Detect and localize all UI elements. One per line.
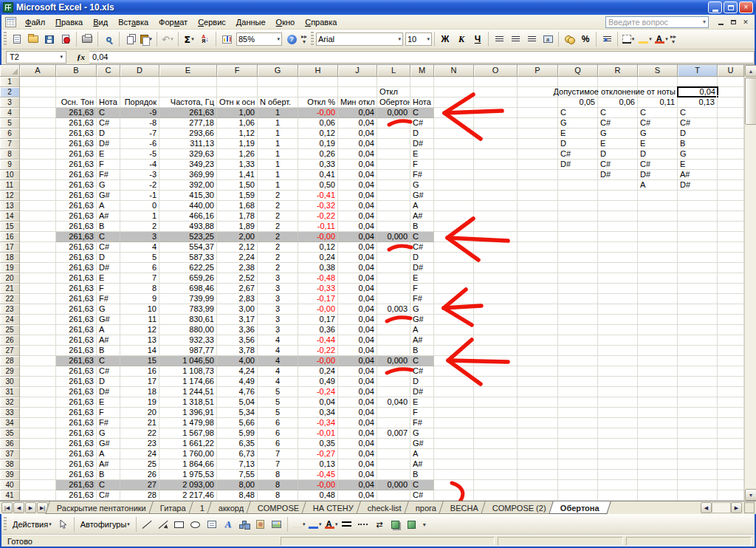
cell-M8[interactable]: E bbox=[410, 149, 434, 160]
vertical-scrollbar[interactable]: ▲ ▼ bbox=[744, 65, 756, 501]
cell-T14[interactable] bbox=[678, 211, 718, 222]
cell-E22[interactable]: 739,99 bbox=[159, 294, 217, 304]
oval-button[interactable] bbox=[188, 517, 203, 532]
cell-U28[interactable] bbox=[718, 356, 744, 366]
cell-S17[interactable] bbox=[638, 242, 678, 253]
cell-T12[interactable] bbox=[678, 191, 718, 201]
cell-R3[interactable]: 0,06 bbox=[598, 97, 638, 108]
cell-H1[interactable] bbox=[298, 77, 338, 87]
cell-B13[interactable]: 261,63 bbox=[56, 201, 97, 211]
cell-C3[interactable]: Нота bbox=[97, 97, 120, 108]
cell-H3[interactable]: Откл % bbox=[298, 97, 338, 108]
first-sheet-button[interactable]: |◀ bbox=[1, 502, 13, 513]
cell-F36[interactable]: 6,35 bbox=[217, 439, 258, 449]
cell-Q15[interactable] bbox=[558, 222, 598, 232]
cell-N11[interactable] bbox=[434, 180, 474, 191]
column-header-S[interactable]: S bbox=[638, 65, 678, 77]
cell-N5[interactable] bbox=[434, 118, 474, 129]
cell-N37[interactable] bbox=[434, 449, 474, 459]
cell-J30[interactable]: 0,04 bbox=[338, 377, 377, 387]
cell-R19[interactable] bbox=[598, 263, 638, 273]
row-header-7[interactable]: 7 bbox=[0, 139, 20, 149]
cell-S36[interactable] bbox=[638, 439, 678, 449]
cell-H34[interactable]: -0,34 bbox=[298, 418, 338, 428]
print-button[interactable] bbox=[80, 32, 94, 47]
column-header-H[interactable]: H bbox=[298, 65, 338, 77]
cell-B28[interactable]: 261,63 bbox=[56, 356, 97, 366]
cell-O24[interactable] bbox=[474, 315, 518, 325]
cell-B29[interactable]: 261,63 bbox=[56, 366, 97, 377]
cell-E19[interactable]: 622,25 bbox=[159, 263, 217, 273]
cell-C11[interactable]: G bbox=[97, 180, 120, 191]
cell-D21[interactable]: 8 bbox=[120, 284, 159, 294]
cell-L36[interactable] bbox=[377, 439, 410, 449]
open-button[interactable] bbox=[26, 32, 41, 47]
cell-B35[interactable]: 261,63 bbox=[56, 428, 97, 439]
new-button[interactable] bbox=[10, 32, 24, 47]
cell-M15[interactable]: B bbox=[410, 222, 434, 232]
prev-sheet-button[interactable]: ◀ bbox=[13, 502, 24, 513]
cell-E13[interactable]: 440,00 bbox=[159, 201, 217, 211]
sheet-tab-Раскрытие пентатоники[interactable]: Раскрытие пентатоники bbox=[45, 501, 157, 514]
cell-N36[interactable] bbox=[434, 439, 474, 449]
sheet-tab-COMPOSE (2)[interactable]: COMPOSE (2) bbox=[481, 501, 557, 514]
cell-L1[interactable] bbox=[377, 77, 410, 87]
cell-H17[interactable]: 0,12 bbox=[298, 242, 338, 253]
cell-M29[interactable]: C# bbox=[410, 366, 434, 377]
cell-N8[interactable] bbox=[434, 149, 474, 160]
cell-M12[interactable]: G# bbox=[410, 191, 434, 201]
dash-style-button[interactable] bbox=[356, 517, 371, 532]
cell-R30[interactable] bbox=[598, 377, 638, 387]
column-header-P[interactable]: P bbox=[518, 65, 558, 77]
cell-A38[interactable] bbox=[20, 459, 56, 470]
cell-L16[interactable]: 0,000 bbox=[377, 232, 410, 242]
cell-B12[interactable]: 261,63 bbox=[56, 191, 97, 201]
cell-U22[interactable] bbox=[718, 294, 744, 304]
cell-A29[interactable] bbox=[20, 366, 56, 377]
cell-M31[interactable]: D# bbox=[410, 387, 434, 397]
cell-P5[interactable] bbox=[518, 118, 558, 129]
cell-N20[interactable] bbox=[434, 273, 474, 284]
cell-M18[interactable]: D bbox=[410, 253, 434, 263]
cell-U25[interactable] bbox=[718, 325, 744, 335]
cell-T25[interactable] bbox=[678, 325, 718, 335]
cell-C7[interactable]: D# bbox=[97, 139, 120, 149]
cell-H26[interactable]: -0,44 bbox=[298, 335, 338, 346]
cell-F8[interactable]: 1,26 bbox=[217, 149, 258, 160]
cell-D41[interactable]: 28 bbox=[120, 490, 159, 501]
cell-S4[interactable]: C bbox=[638, 108, 678, 118]
cell-O41[interactable] bbox=[474, 490, 518, 501]
cell-H9[interactable]: 0,33 bbox=[298, 160, 338, 170]
menu-Формат[interactable]: Формат bbox=[154, 16, 193, 28]
cell-J5[interactable]: 0,04 bbox=[338, 118, 377, 129]
cell-J34[interactable]: 0,04 bbox=[338, 418, 377, 428]
cell-P40[interactable] bbox=[518, 480, 558, 490]
cell-B14[interactable]: 261,63 bbox=[56, 211, 97, 222]
cell-A19[interactable] bbox=[20, 263, 56, 273]
cell-T31[interactable] bbox=[678, 387, 718, 397]
cell-T41[interactable] bbox=[678, 490, 718, 501]
cell-O39[interactable] bbox=[474, 470, 518, 480]
cell-E34[interactable]: 1 479,98 bbox=[159, 418, 217, 428]
cell-A7[interactable] bbox=[20, 139, 56, 149]
cell-G20[interactable]: 3 bbox=[258, 273, 298, 284]
cell-A13[interactable] bbox=[20, 201, 56, 211]
cell-U19[interactable] bbox=[718, 263, 744, 273]
cell-N21[interactable] bbox=[434, 284, 474, 294]
cell-H18[interactable]: 0,24 bbox=[298, 253, 338, 263]
cell-E10[interactable]: 369,99 bbox=[159, 170, 217, 180]
cell-F25[interactable]: 3,36 bbox=[217, 325, 258, 335]
cell-G11[interactable]: 1 bbox=[258, 180, 298, 191]
cell-U30[interactable] bbox=[718, 377, 744, 387]
cell-F7[interactable]: 1,19 bbox=[217, 139, 258, 149]
cell-L9[interactable] bbox=[377, 160, 410, 170]
rectangle-button[interactable] bbox=[172, 517, 187, 532]
cell-G28[interactable]: 4 bbox=[258, 356, 298, 366]
cell-D10[interactable]: -3 bbox=[120, 170, 159, 180]
cell-G23[interactable]: 3 bbox=[258, 304, 298, 315]
cell-R34[interactable] bbox=[598, 418, 638, 428]
cell-C34[interactable]: F# bbox=[97, 418, 120, 428]
row-header-10[interactable]: 10 bbox=[0, 170, 20, 180]
cell-R32[interactable] bbox=[598, 397, 638, 408]
cell-Q9[interactable]: D# bbox=[558, 160, 598, 170]
